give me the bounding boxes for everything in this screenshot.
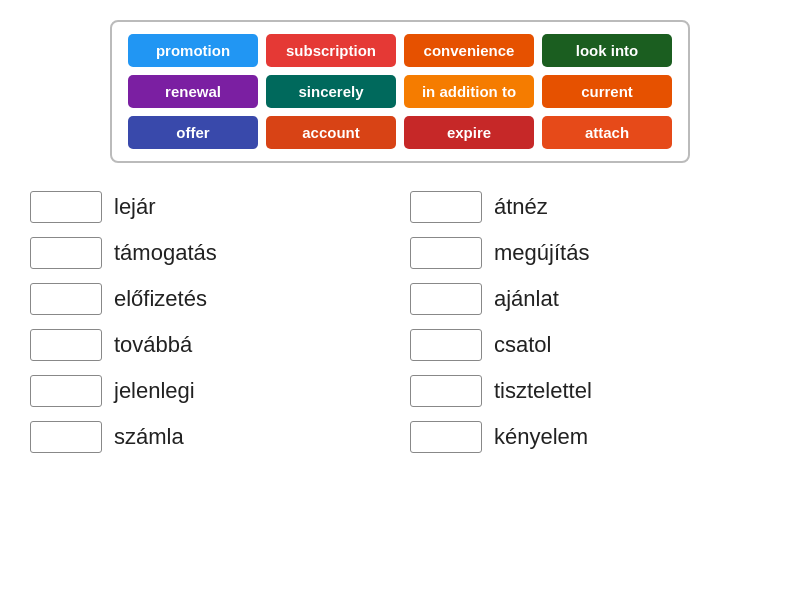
word-bank: promotionsubscriptionconveniencelook int… bbox=[110, 20, 690, 163]
answer-box-tovabba[interactable] bbox=[30, 329, 102, 361]
word-chip-sincerely[interactable]: sincerely bbox=[266, 75, 396, 108]
answer-box-szamla[interactable] bbox=[30, 421, 102, 453]
match-label-megujitas: megújítás bbox=[494, 240, 589, 266]
match-label-kenyelem: kényelem bbox=[494, 424, 588, 450]
match-label-elofizetés: előfizetés bbox=[114, 286, 207, 312]
answer-box-tisztelettel[interactable] bbox=[410, 375, 482, 407]
word-chip-look-into[interactable]: look into bbox=[542, 34, 672, 67]
match-row: lejár bbox=[30, 191, 390, 223]
match-label-atněz: átnéz bbox=[494, 194, 548, 220]
left-column: lejártámogatáselőfizetéstovábbájelenlegi… bbox=[20, 191, 400, 467]
word-chip-expire[interactable]: expire bbox=[404, 116, 534, 149]
match-label-lejar: lejár bbox=[114, 194, 156, 220]
match-row: jelenlegi bbox=[30, 375, 390, 407]
word-chip-current[interactable]: current bbox=[542, 75, 672, 108]
match-section: lejártámogatáselőfizetéstovábbájelenlegi… bbox=[20, 191, 780, 467]
word-chip-convenience[interactable]: convenience bbox=[404, 34, 534, 67]
match-label-tovabba: továbbá bbox=[114, 332, 192, 358]
word-chip-attach[interactable]: attach bbox=[542, 116, 672, 149]
word-chip-promotion[interactable]: promotion bbox=[128, 34, 258, 67]
answer-box-lejar[interactable] bbox=[30, 191, 102, 223]
match-label-szamla: számla bbox=[114, 424, 184, 450]
match-label-jelenlegi: jelenlegi bbox=[114, 378, 195, 404]
answer-box-elofizetés[interactable] bbox=[30, 283, 102, 315]
match-row: kényelem bbox=[410, 421, 770, 453]
answer-box-atněz[interactable] bbox=[410, 191, 482, 223]
match-row: támogatás bbox=[30, 237, 390, 269]
answer-box-csatol[interactable] bbox=[410, 329, 482, 361]
word-chip-in-addition-to[interactable]: in addition to bbox=[404, 75, 534, 108]
match-row: megújítás bbox=[410, 237, 770, 269]
match-row: ajánlat bbox=[410, 283, 770, 315]
word-chip-account[interactable]: account bbox=[266, 116, 396, 149]
answer-box-kenyelem[interactable] bbox=[410, 421, 482, 453]
right-column: átnézmegújításajánlatcsatoltisztelettelk… bbox=[400, 191, 780, 467]
match-label-tisztelettel: tisztelettel bbox=[494, 378, 592, 404]
match-row: számla bbox=[30, 421, 390, 453]
answer-box-ajanlat[interactable] bbox=[410, 283, 482, 315]
word-chip-subscription[interactable]: subscription bbox=[266, 34, 396, 67]
match-row: csatol bbox=[410, 329, 770, 361]
answer-box-tamogatas[interactable] bbox=[30, 237, 102, 269]
answer-box-megujitas[interactable] bbox=[410, 237, 482, 269]
match-row: előfizetés bbox=[30, 283, 390, 315]
match-row: átnéz bbox=[410, 191, 770, 223]
match-row: továbbá bbox=[30, 329, 390, 361]
answer-box-jelenlegi[interactable] bbox=[30, 375, 102, 407]
match-label-ajanlat: ajánlat bbox=[494, 286, 559, 312]
word-chip-renewal[interactable]: renewal bbox=[128, 75, 258, 108]
word-chip-offer[interactable]: offer bbox=[128, 116, 258, 149]
match-label-csatol: csatol bbox=[494, 332, 551, 358]
match-label-tamogatas: támogatás bbox=[114, 240, 217, 266]
match-row: tisztelettel bbox=[410, 375, 770, 407]
